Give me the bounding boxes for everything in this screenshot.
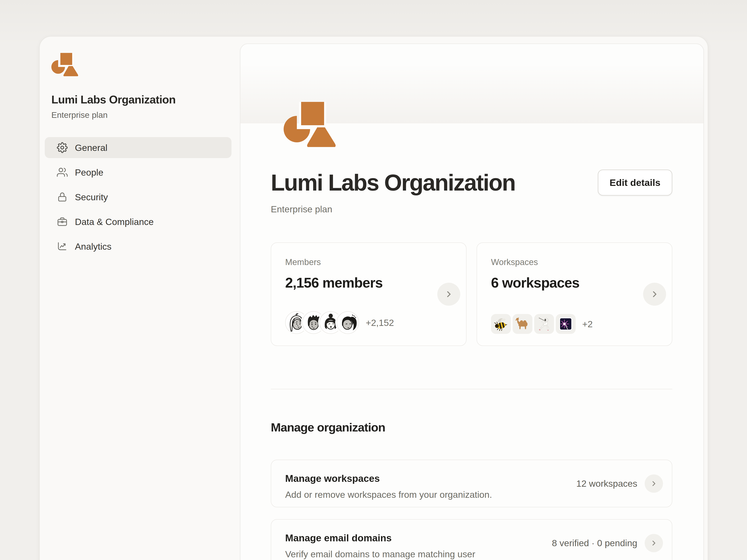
section-divider [271,389,672,389]
members-overflow-count: +2,152 [366,317,394,328]
workspace-icon-stack [491,314,576,334]
sidebar-item-people[interactable]: People [45,162,231,183]
plan-subtitle: Enterprise plan [271,204,672,214]
sidebar-item-data-compliance[interactable]: Data & Compliance [45,211,231,232]
sidebar-item-label: Data & Compliance [75,216,154,227]
sidebar-item-label: People [75,167,103,178]
people-icon [57,167,68,178]
chevron-right-icon[interactable] [645,534,663,552]
briefcase-icon [57,216,68,227]
lock-icon [57,191,68,203]
member-avatar-4 [337,311,359,334]
workspaces-card[interactable]: Workspaces 6 workspaces +2 [476,242,672,346]
sidebar-item-label: Analytics [75,241,111,252]
sparkler-emoji [556,314,576,334]
page-title: Lumi Labs Organization [271,169,515,195]
manage-row-meta: 8 verified · 0 pending [552,538,637,548]
fencer-emoji [534,314,554,334]
main-panel: Lumi Labs Organization Edit details Ente… [240,44,704,560]
sidebar: Lumi Labs Organization Enterprise plan G… [40,36,240,560]
sidebar-item-label: Security [75,192,108,203]
sidebar-item-general[interactable]: General [45,137,231,158]
edit-details-button[interactable]: Edit details [598,169,672,195]
manage-row-meta: 12 workspaces [576,478,638,489]
sidebar-org-plan: Enterprise plan [51,110,240,120]
org-logo-large [284,44,336,147]
workspaces-label: Workspaces [491,257,672,267]
chevron-right-icon[interactable] [645,475,663,493]
workspaces-overflow-count: +2 [582,319,593,329]
camel-emoji [513,314,533,334]
sidebar-item-analytics[interactable]: Analytics [45,236,231,257]
members-chevron-right-icon[interactable] [437,283,460,306]
sidebar-nav: General People Security Data & Complianc… [45,137,231,261]
member-avatar-stack [285,311,359,334]
bee-emoji [491,314,511,334]
manage-organization-heading: Manage organization [271,420,672,434]
members-label: Members [285,257,466,267]
manage-workspaces-row[interactable]: Manage workspaces Add or remove workspac… [271,460,672,507]
workspaces-chevron-right-icon[interactable] [643,283,666,306]
chart-icon [57,241,68,252]
sidebar-item-label: General [75,142,107,153]
manage-rows: Manage workspaces Add or remove workspac… [271,460,672,560]
sidebar-org-name: Lumi Labs Organization [51,93,240,106]
sidebar-item-security[interactable]: Security [45,186,231,208]
members-card[interactable]: Members 2,156 members +2,152 [271,242,466,346]
gear-icon [57,142,68,153]
manage-email-domains-row[interactable]: Manage email domains Verify email domain… [271,519,672,560]
admin-console-window: Lumi Labs Organization Enterprise plan G… [39,36,708,560]
org-logo-icon [51,53,240,76]
